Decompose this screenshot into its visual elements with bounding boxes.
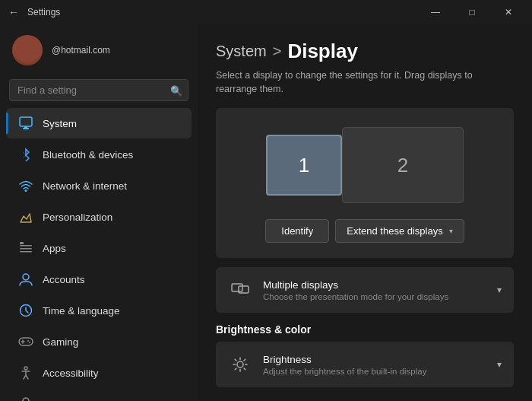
sidebar-item-label-gaming: Gaming — [43, 336, 78, 348]
brightness-text: Brightness Adjust the brightness of the … — [263, 354, 497, 376]
apps-icon — [18, 240, 33, 256]
user-email: @hotmail.com — [52, 45, 110, 56]
svg-rect-7 — [20, 242, 24, 244]
sidebar-item-label-bluetooth: Bluetooth & devices — [43, 149, 133, 161]
sidebar-item-label-apps: Apps — [43, 243, 66, 254]
svg-rect-2 — [24, 126, 27, 128]
sidebar-item-bluetooth[interactable]: Bluetooth & devices — [6, 139, 192, 170]
svg-line-25 — [235, 359, 236, 361]
breadcrumb-current: Display — [287, 40, 358, 63]
sidebar-item-apps[interactable]: Apps — [6, 233, 192, 263]
svg-point-8 — [23, 274, 29, 280]
svg-point-15 — [24, 367, 27, 370]
svg-point-20 — [237, 361, 243, 368]
window-controls: — □ ✕ — [418, 0, 526, 24]
svg-rect-4 — [20, 245, 32, 247]
user-profile[interactable]: @hotmail.com — [0, 27, 198, 73]
personalization-icon — [18, 209, 33, 224]
display-preview: 1 2 Identify Extend these displays ▾ — [216, 108, 514, 258]
brightness-desc: Adjust the brightness of the built-in di… — [263, 367, 497, 376]
sidebar-item-label-time: Time & language — [43, 305, 120, 317]
multiple-displays-title: Multiple displays — [263, 279, 497, 291]
breadcrumb-parent[interactable]: System — [216, 43, 267, 60]
sidebar: @hotmail.com 🔍 System Bluetooth & device… — [0, 24, 198, 401]
sidebar-item-time[interactable]: Time & language — [6, 295, 192, 326]
sidebar-item-privacy[interactable]: Privacy & security — [6, 389, 192, 401]
titlebar-left: ← Settings — [6, 5, 60, 20]
svg-point-3 — [25, 189, 27, 192]
svg-point-14 — [29, 342, 30, 343]
monitors-container: 1 2 — [231, 123, 499, 207]
sidebar-item-label-accounts: Accounts — [43, 274, 85, 285]
svg-rect-1 — [23, 128, 29, 129]
avatar — [12, 35, 43, 65]
accounts-icon — [18, 272, 33, 287]
app-body: @hotmail.com 🔍 System Bluetooth & device… — [0, 24, 532, 401]
system-icon — [18, 116, 33, 131]
monitor-2[interactable]: 2 — [342, 127, 464, 203]
nav-list: System Bluetooth & devices Networ — [0, 107, 198, 401]
search-container: 🔍 — [9, 79, 188, 101]
maximize-button[interactable]: □ — [454, 0, 489, 24]
sidebar-item-gaming[interactable]: Gaming — [6, 326, 192, 357]
close-button[interactable]: ✕ — [491, 0, 526, 24]
svg-line-27 — [244, 359, 245, 361]
minimize-button[interactable]: — — [418, 0, 453, 24]
svg-point-13 — [27, 340, 29, 342]
brightness-chevron: ▾ — [497, 359, 502, 370]
brightness-title: Brightness — [263, 354, 497, 365]
sidebar-item-label-system: System — [43, 118, 77, 129]
brightness-row[interactable]: Brightness Adjust the brightness of the … — [216, 342, 514, 387]
svg-line-26 — [244, 368, 245, 370]
search-input[interactable] — [9, 79, 188, 101]
content-area: System > Display Select a display to cha… — [198, 24, 532, 401]
back-button[interactable]: ← — [6, 5, 21, 20]
sidebar-item-accounts[interactable]: Accounts — [6, 264, 192, 294]
network-icon — [18, 178, 33, 193]
sidebar-item-personalization[interactable]: Personalization — [6, 202, 192, 232]
bluetooth-icon — [18, 147, 33, 162]
brightness-section-label: Brightness & color — [216, 323, 514, 336]
breadcrumb: System > Display — [216, 40, 514, 63]
breadcrumb-separator: > — [273, 43, 282, 60]
monitor-1[interactable]: 1 — [266, 135, 342, 196]
svg-rect-6 — [20, 251, 32, 253]
sidebar-item-label-personalization: Personalization — [43, 212, 112, 223]
svg-rect-18 — [232, 284, 242, 291]
gaming-icon — [18, 334, 33, 349]
multiple-displays-desc: Choose the presentation mode for your di… — [263, 292, 497, 301]
sidebar-item-network[interactable]: Network & internet — [6, 170, 192, 201]
sidebar-item-label-privacy: Privacy & security — [43, 399, 124, 402]
sidebar-item-label-network: Network & internet — [43, 180, 127, 192]
identify-button[interactable]: Identify — [265, 219, 329, 243]
svg-rect-5 — [20, 248, 32, 250]
extend-displays-button[interactable]: Extend these displays ▾ — [335, 219, 464, 243]
sidebar-item-label-accessibility: Accessibility — [43, 368, 99, 379]
display-actions: Identify Extend these displays ▾ — [231, 219, 499, 243]
accessibility-icon — [18, 365, 33, 380]
extend-label: Extend these displays — [347, 225, 442, 237]
app-title: Settings — [27, 7, 60, 18]
multiple-displays-icon — [228, 278, 252, 302]
multiple-displays-chevron: ▾ — [497, 285, 502, 295]
sidebar-item-system[interactable]: System — [6, 108, 192, 138]
multiple-displays-text: Multiple displays Choose the presentatio… — [263, 279, 497, 301]
chevron-down-icon: ▾ — [449, 227, 453, 235]
brightness-icon — [228, 352, 252, 377]
titlebar: ← Settings — □ ✕ — [0, 0, 532, 24]
search-icon: 🔍 — [170, 84, 182, 96]
sidebar-item-accessibility[interactable]: Accessibility — [6, 358, 192, 388]
svg-line-28 — [235, 368, 236, 370]
time-icon — [18, 303, 33, 318]
multiple-displays-row[interactable]: Multiple displays Choose the presentatio… — [216, 267, 514, 313]
svg-rect-0 — [20, 117, 32, 126]
page-description: Select a display to change the settings … — [216, 69, 514, 96]
privacy-icon — [18, 396, 33, 401]
